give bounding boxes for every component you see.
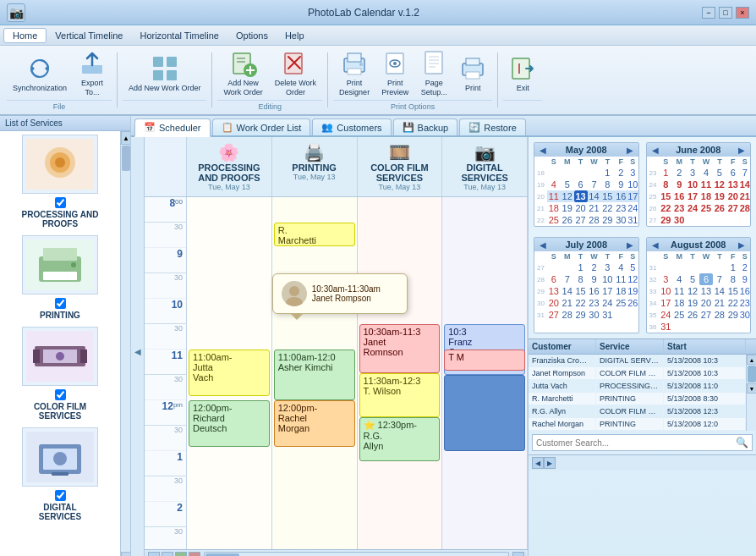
tab-backup[interactable]: 💾 Backup xyxy=(393,118,458,135)
nav-prev-button[interactable]: ◀ xyxy=(162,552,173,556)
services-scrollbar[interactable]: ▲ ▼ xyxy=(120,131,130,556)
menu-vertical-timeline[interactable]: Vertical Timeline xyxy=(47,29,131,42)
sync-button[interactable]: Synchronization xyxy=(7,49,73,98)
list-scroll-up[interactable]: ▲ xyxy=(747,355,756,365)
service-item-processing[interactable]: PROCESSING ANDPROOFS xyxy=(3,135,117,228)
list-row[interactable]: Franziska Cromptor DIGITAL SERVICES 5/13… xyxy=(529,355,746,367)
june-next-button[interactable]: ▶ xyxy=(737,146,747,155)
page-setup-label: PageSetup... xyxy=(421,79,447,97)
may-title: May 2008 xyxy=(548,145,625,155)
apt-rg-allyn[interactable]: ⭐ 12:30pm- R.G. Allyn xyxy=(359,417,441,461)
print-button[interactable]: Print xyxy=(453,49,492,98)
maximize-button[interactable]: □ xyxy=(719,7,732,19)
tab-scheduler[interactable]: 📅 Scheduler xyxy=(134,118,211,137)
june-prev-button[interactable]: ◀ xyxy=(650,146,660,155)
apt-janet-rompson[interactable]: 10:30am-11:3 Janet Romnson xyxy=(359,324,441,373)
svg-rect-5 xyxy=(167,57,177,67)
export-button[interactable]: ExportTo... xyxy=(73,49,112,98)
app-icon: 📷 xyxy=(7,3,25,22)
may-next-button[interactable]: ▶ xyxy=(625,146,635,155)
nav-add-button[interactable]: + xyxy=(175,552,187,556)
list-row[interactable]: Jutta Vach PROCESSING AND 5/13/2008 11:0 xyxy=(529,380,746,393)
customer-search-input[interactable] xyxy=(536,438,736,448)
col-start: Start xyxy=(664,339,746,354)
services-list-header: List of Services xyxy=(0,116,130,131)
svg-rect-3 xyxy=(82,65,102,74)
apt-richard-deutsch[interactable]: 12:00pm- Richard Deutsch xyxy=(189,400,270,447)
editing-group-label: Editing xyxy=(217,100,322,111)
apt-t-wilson[interactable]: 11:30am-12:3 T. Wilson xyxy=(359,373,441,417)
scroll-up-button[interactable]: ▲ xyxy=(121,131,130,145)
service-checkbox-digital[interactable] xyxy=(55,490,66,501)
time-1-00: 1 xyxy=(145,451,186,476)
print-preview-button[interactable]: PrintPreview xyxy=(375,49,414,98)
list-nav-prev[interactable]: ◀ xyxy=(532,457,544,469)
list-row[interactable]: R. Marchetti PRINTING 5/13/2008 8:30 xyxy=(529,393,746,405)
service-checkbox-color-film[interactable] xyxy=(55,389,66,400)
apt-r-marchetti[interactable]: R.Marchetti xyxy=(274,223,355,246)
print-options-group-label: Print Options xyxy=(333,100,492,111)
apt-asher-kimchi[interactable]: 11:00am-12:0 Asher Kimchi xyxy=(274,350,355,400)
scheduler-nav-left[interactable]: ◀ xyxy=(131,137,145,556)
list-row[interactable]: Rachel Morgan PRINTING 5/13/2008 12:0 xyxy=(529,418,746,431)
list-row[interactable]: Janet Rompson COLOR FILM SERVI 5/13/2008… xyxy=(529,367,746,380)
title-bar: 📷 PhotoLab Calendar v.1.2 − □ × xyxy=(0,0,756,25)
nav-next-button[interactable]: ▶ xyxy=(512,552,524,556)
calendar-may-2008: ◀ May 2008 ▶ SMTWTFS 18123 1945678910 20… xyxy=(534,142,639,227)
service-checkbox-processing[interactable] xyxy=(55,197,66,208)
print-designer-button[interactable]: PrintDesigner xyxy=(333,49,375,98)
service-icon-printing xyxy=(22,235,98,295)
july-title: July 2008 xyxy=(548,239,625,250)
list-scrollbar[interactable]: ▲ ▼ xyxy=(746,355,756,431)
service-icon-digital xyxy=(22,427,98,487)
tab-work-order-list[interactable]: 📋 Work Order List xyxy=(212,118,311,135)
apt-rachel-morgan[interactable]: 12:00pm- Rachel Morgan xyxy=(274,400,355,447)
svg-rect-22 xyxy=(425,52,442,74)
menu-options[interactable]: Options xyxy=(227,29,277,42)
service-item-color-film[interactable]: COLOR FILMSERVICES xyxy=(3,327,117,421)
aug-prev-button[interactable]: ◀ xyxy=(650,240,660,250)
may-grid: SMTWTFS 18123 1945678910 201112131415161… xyxy=(534,157,638,226)
service-item-printing[interactable]: PRINTING xyxy=(3,235,117,320)
tab-restore[interactable]: 🔄 Restore xyxy=(459,118,526,135)
july-prev-button[interactable]: ◀ xyxy=(538,240,548,250)
page-setup-button[interactable]: PageSetup... xyxy=(414,49,453,98)
scheduler-scrollbar-h[interactable] xyxy=(204,552,509,556)
services-icon xyxy=(151,55,178,82)
menu-home[interactable]: Home xyxy=(3,28,47,43)
svg-rect-44 xyxy=(80,350,87,363)
add-work-order-button[interactable]: Add NewWork Order xyxy=(217,49,268,98)
may-prev-button[interactable]: ◀ xyxy=(538,146,548,155)
delete-work-order-button[interactable]: Delete WorkOrder xyxy=(269,49,322,98)
list-nav-next[interactable]: ▶ xyxy=(544,457,556,469)
svg-rect-51 xyxy=(52,472,68,476)
toolbar: Synchronization ExportTo... File Add New… xyxy=(0,46,756,116)
customers-tab-icon: 👥 xyxy=(321,122,333,133)
close-button[interactable]: × xyxy=(736,7,749,19)
list-scroll-down[interactable]: ▼ xyxy=(747,383,756,394)
nav-first-button[interactable]: |◀ xyxy=(148,552,160,556)
time-10-00: 10 xyxy=(145,299,186,324)
svg-rect-17 xyxy=(348,69,361,74)
service-item-digital[interactable]: DIGITALSERVICES xyxy=(3,427,117,521)
aug-next-button[interactable]: ▶ xyxy=(737,240,747,250)
menu-help[interactable]: Help xyxy=(277,29,313,42)
services-button[interactable]: Add New Work Order xyxy=(123,49,206,98)
list-row[interactable]: R.G. Allyn COLOR FILM SERVI 5/13/2008 12… xyxy=(529,405,746,418)
print-designer-icon xyxy=(341,50,368,77)
search-button[interactable]: 🔍 xyxy=(736,437,748,449)
apt-unknown[interactable]: T M xyxy=(444,350,525,371)
tab-customers[interactable]: 👥 Customers xyxy=(312,118,391,135)
menu-horizontal-timeline[interactable]: Horizontal Timeline xyxy=(131,29,227,42)
svg-point-21 xyxy=(393,62,397,65)
exit-button[interactable]: Exit xyxy=(503,49,542,98)
scheduler-header: 🌸 PROCESSINGAND PROOFS Tue, May 13 🖨️ PR… xyxy=(145,137,528,197)
scroll-down-button[interactable]: ▼ xyxy=(121,552,130,556)
svg-point-53 xyxy=(286,297,303,306)
service-checkbox-printing[interactable] xyxy=(55,298,66,309)
minimize-button[interactable]: − xyxy=(702,7,715,19)
nav-remove-button[interactable]: − xyxy=(189,552,200,556)
july-next-button[interactable]: ▶ xyxy=(625,240,635,250)
apt-jutta-vach[interactable]: 11:00am- Jutta Vach xyxy=(189,350,270,396)
col-header-digital: 📷 DIGITALSERVICES Tue, May 13 xyxy=(442,137,528,196)
